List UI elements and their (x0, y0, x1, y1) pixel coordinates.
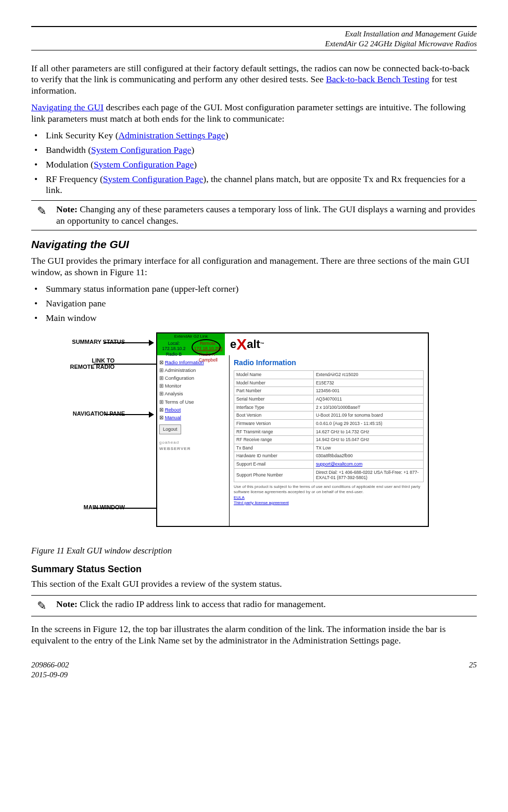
table-row: Part Number123456-001 (234, 387, 424, 395)
nav-item-analysis[interactable]: ⊞ Analysis (159, 390, 227, 397)
summary-status-pane: ExtendAir G2 Link Local: 172.18.10.2 Rad… (157, 333, 225, 355)
nav-item-configuration[interactable]: ⊞ Configuration (159, 374, 227, 382)
info-key: Part Number (234, 387, 314, 395)
note-label: Note: (56, 599, 78, 609)
figure-11: SUMMARY STATUS LINK TO REMOTE RADIO NAVI… (52, 332, 432, 540)
nav-item-manual[interactable]: ⊠ Manual (159, 414, 227, 421)
link-eula[interactable]: EULA (234, 495, 245, 500)
gui-body: ⊠ Radio Information ⊞ Administration ⊞ C… (157, 355, 428, 526)
table-row: RF Transmit range14.627 GHz to 14.732 GH… (234, 428, 424, 436)
main-footer: Use of this product is subject to the te… (234, 484, 424, 506)
page-number: 25 (469, 660, 477, 680)
info-value: ExtendAirG2 rc15020 (313, 371, 423, 379)
footer-left: 209866-002 2015-09-09 (31, 660, 69, 680)
logout-button[interactable]: Logout (159, 424, 181, 434)
logo-text: alt (247, 337, 260, 352)
note-box-2: ✎ Note: Click the radio IP address link … (31, 595, 477, 617)
arrow-icon (104, 342, 149, 343)
note-box-1: ✎ Note: Changing any of these parameters… (31, 200, 477, 230)
link-third-party-license[interactable]: Third party license agreement (234, 500, 289, 505)
table-row: Support E-mailsupport@exaltcom.com (234, 460, 424, 469)
local-name: Radio B (166, 352, 182, 357)
main-window: Radio Information Model NameExtendAirG2 … (230, 355, 428, 526)
link-name: ExtendAir G2 Link (157, 333, 225, 340)
link-admin-settings-page[interactable]: Administration Settings Page (118, 130, 225, 140)
callout-label: SUMMARY STATUS (72, 339, 125, 345)
info-value: U-Boot 2011.09 for sonoma board (313, 411, 423, 420)
list-item: Link Security Key (Administration Settin… (31, 130, 477, 141)
info-value: 123456-001 (313, 387, 423, 395)
header-title: Exalt Installation and Management Guide (31, 29, 477, 39)
table-row: Tx BandTX Low (234, 444, 424, 452)
info-value: AQ34070011 (313, 395, 423, 404)
doc-date: 2015-09-09 (31, 671, 68, 679)
callout-link-to-remote: LINK TO REMOTE RADIO (42, 357, 115, 370)
pencil-icon: ✎ (31, 204, 52, 227)
table-row: Support Phone NumberDirect Dial: +1 406-… (234, 468, 424, 482)
nav-label: Terms of Use (164, 399, 194, 405)
info-value: 14.942 GHz to 15.047 GHz (313, 436, 423, 444)
callout-label: MAIN WINDOW (84, 504, 125, 510)
logo-text: e (230, 337, 236, 352)
info-key: Support Phone Number (234, 468, 314, 482)
text-frag: ) (192, 145, 195, 155)
info-key: Tx Band (234, 444, 314, 452)
nav-item-monitor[interactable]: ⊞ Monitor (159, 382, 227, 390)
text-frag: RF Frequency ( (46, 174, 103, 184)
figure-11-caption: Figure 11 Exalt GUI window description (31, 546, 477, 557)
doc-number: 209866-002 (31, 661, 69, 669)
nav-item-administration[interactable]: ⊞ Administration (159, 366, 227, 374)
navigation-pane: ⊠ Radio Information ⊞ Administration ⊞ C… (157, 355, 230, 526)
info-value: 2 x 10/100/1000BaseT (313, 403, 423, 411)
link-system-config-page[interactable]: System Configuration Page (94, 159, 194, 170)
info-value: 0.0.61.0 (Aug 29 2013 - 11:45:15) (313, 419, 423, 428)
text-frag: Bandwidth ( (46, 145, 91, 155)
info-key: Hardware ID number (234, 452, 314, 460)
header-subtitle: ExtendAir G2 24GHz Digital Microwave Rad… (31, 39, 477, 49)
text-frag: Click the radio IP address link to acces… (78, 599, 326, 609)
info-key: Boot Version (234, 411, 314, 420)
remote-name: Campbell (199, 357, 218, 363)
link-system-config-page[interactable]: System Configuration Page (91, 145, 191, 155)
table-row: Interface Type2 x 10/100/1000BaseT (234, 403, 424, 411)
gui-sections-list: Summary status information pane (upper-l… (31, 283, 477, 324)
table-row: Firmware Version0.0.61.0 (Aug 29 2013 - … (234, 419, 424, 428)
info-value: Direct Dial: +1 406-688-0202 USA Toll-Fr… (313, 468, 423, 482)
intro-paragraph-1: If all other parameters are still config… (31, 63, 477, 97)
arrow-icon (104, 414, 149, 415)
exalt-logo: eXalt™ (225, 333, 428, 355)
info-value: 030a8f8bdaa2fb90 (313, 452, 423, 460)
nav-label: Configuration (165, 375, 195, 381)
local-ip: 172.18.10.2 (162, 346, 186, 351)
list-item: Navigation pane (31, 298, 477, 310)
info-key: RF Transmit range (234, 428, 314, 436)
link-back-to-back-testing[interactable]: Back-to-back Bench Testing (326, 74, 429, 84)
info-key: Interface Type (234, 403, 314, 411)
callout-navigation-pane: NAVIGATION PANE (42, 410, 125, 417)
nav-item-reboot[interactable]: ⊠ Reboot (159, 406, 227, 414)
text-frag: ) (194, 159, 197, 170)
info-key: Support E-mail (234, 460, 314, 469)
webserver-label: goaheadWEBSERVER (159, 440, 227, 453)
link-system-config-page[interactable]: System Configuration Page (103, 174, 203, 184)
param-list: Link Security Key (Administration Settin… (31, 130, 477, 196)
gui-intro-paragraph: The GUI provides the primary interface f… (31, 255, 477, 278)
table-row: Model NumberE15E732 (234, 379, 424, 387)
text-frag: Link Security Key ( (46, 130, 118, 140)
support-email-link[interactable]: support@exaltcom.com (316, 461, 362, 467)
link-navigating-the-gui[interactable]: Navigating the GUI (31, 102, 104, 112)
main-title: Radio Information (234, 358, 424, 368)
table-row: Hardware ID number030a8f8bdaa2fb90 (234, 452, 424, 460)
callout-main-window: MAIN WINDOW (42, 504, 125, 510)
table-row: Serial NumberAQ34070011 (234, 395, 424, 404)
gui-topbar: ExtendAir G2 Link Local: 172.18.10.2 Rad… (157, 333, 428, 355)
table-row: Boot VersionU-Boot 2011.09 for sonoma bo… (234, 411, 424, 420)
logo-x-icon: X (236, 338, 247, 351)
nav-item-terms[interactable]: ⊞ Terms of Use (159, 398, 227, 406)
info-key: Serial Number (234, 395, 314, 404)
pencil-icon: ✎ (31, 599, 52, 613)
page-header: Exalt Installation and Management Guide … (31, 26, 477, 50)
local-label: Local: (168, 341, 180, 346)
radio-info-table: Model NameExtendAirG2 rc15020Model Numbe… (234, 370, 424, 482)
note-label: Note: (56, 204, 78, 214)
